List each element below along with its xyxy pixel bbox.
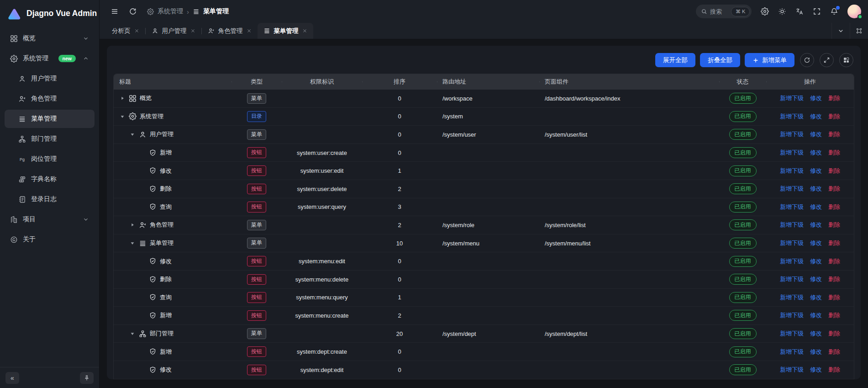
action-delete[interactable]: 删除 [828, 330, 840, 338]
action-delete[interactable]: 删除 [828, 257, 840, 266]
sidebar-item-role[interactable]: 角色管理 [5, 90, 95, 108]
column-header-order[interactable]: 排序 [362, 78, 437, 86]
refresh-page-icon[interactable] [129, 7, 137, 16]
action-delete[interactable]: 删除 [828, 275, 840, 283]
action-edit[interactable]: 修改 [810, 275, 822, 283]
action-edit[interactable]: 修改 [810, 149, 822, 157]
sidebar-item-about[interactable]: 关于 [5, 230, 95, 249]
pin-button[interactable] [80, 372, 94, 384]
tabs-dropdown-button[interactable] [831, 23, 850, 39]
action-add-child[interactable]: 新增下级 [780, 185, 804, 193]
sidebar-item-dict[interactable]: 字典名称 [5, 170, 95, 188]
action-edit[interactable]: 修改 [810, 311, 822, 319]
action-add-child[interactable]: 新增下级 [780, 167, 804, 175]
column-header-component[interactable]: 页面组件 [539, 78, 719, 86]
action-add-child[interactable]: 新增下级 [780, 94, 804, 102]
sidebar-item-grid[interactable]: 概览 [5, 29, 95, 48]
action-edit[interactable]: 修改 [810, 366, 822, 374]
caret-right-icon[interactable] [119, 95, 126, 101]
breadcrumb-item[interactable]: 系统管理 [158, 7, 183, 16]
action-add-child[interactable]: 新增下级 [780, 293, 804, 302]
sidebar-item-project[interactable]: 项目 [5, 210, 95, 229]
action-delete[interactable]: 删除 [828, 239, 840, 247]
table-fullscreen-button[interactable] [820, 53, 834, 67]
action-add-child[interactable]: 新增下级 [780, 203, 804, 211]
column-settings-button[interactable] [839, 53, 853, 67]
action-add-child[interactable]: 新增下级 [780, 275, 804, 283]
theme-sun-icon[interactable] [778, 7, 786, 16]
action-edit[interactable]: 修改 [810, 330, 822, 338]
action-edit[interactable]: 修改 [810, 221, 822, 229]
content-maximize-button[interactable] [850, 23, 868, 39]
action-edit[interactable]: 修改 [810, 130, 822, 138]
tab-4[interactable]: 菜单管理 [258, 23, 313, 39]
action-add-child[interactable]: 新增下级 [780, 330, 804, 338]
action-edit[interactable]: 修改 [810, 94, 822, 102]
sidebar-item-menu[interactable]: 菜单管理 [5, 110, 95, 128]
sidebar-item-dept[interactable]: 部门管理 [5, 130, 95, 148]
caret-down-icon[interactable] [119, 113, 126, 120]
avatar[interactable] [847, 5, 861, 18]
sidebar-item-pg[interactable]: Pg 岗位管理 [5, 150, 95, 168]
action-edit[interactable]: 修改 [810, 112, 822, 121]
sidebar-collapse-button[interactable]: « [5, 372, 19, 384]
column-header-actions[interactable]: 操作 [766, 78, 854, 86]
action-edit[interactable]: 修改 [810, 293, 822, 302]
hamburger-icon[interactable] [110, 7, 119, 16]
action-add-child[interactable]: 新增下级 [780, 130, 804, 138]
settings-gear-icon[interactable] [761, 7, 769, 16]
sidebar-item-log[interactable]: 登录日志 [5, 190, 95, 208]
caret-down-icon[interactable] [129, 330, 136, 337]
tab-2[interactable]: 用户管理 [146, 23, 201, 39]
action-delete[interactable]: 删除 [828, 203, 840, 211]
fullscreen-icon[interactable] [813, 7, 821, 16]
expand-all-button[interactable]: 展开全部 [655, 53, 695, 67]
action-delete[interactable]: 删除 [828, 149, 840, 157]
action-add-child[interactable]: 新增下级 [780, 366, 804, 374]
action-add-child[interactable]: 新增下级 [780, 221, 804, 229]
column-header-title[interactable]: 标题 [114, 78, 231, 86]
action-delete[interactable]: 删除 [828, 185, 840, 193]
close-icon[interactable] [302, 28, 307, 33]
language-translate-icon[interactable] [795, 7, 804, 16]
search-input[interactable] [710, 8, 728, 15]
action-edit[interactable]: 修改 [810, 167, 822, 175]
action-add-child[interactable]: 新增下级 [780, 311, 804, 319]
tab-3[interactable]: 角色管理 [202, 23, 258, 39]
action-delete[interactable]: 删除 [828, 348, 840, 356]
close-icon[interactable] [134, 28, 139, 33]
action-delete[interactable]: 删除 [828, 293, 840, 302]
notifications-button[interactable] [830, 7, 838, 16]
action-edit[interactable]: 修改 [810, 185, 822, 193]
search-box[interactable]: ⌘ K [696, 5, 752, 18]
action-add-child[interactable]: 新增下级 [780, 149, 804, 157]
action-edit[interactable]: 修改 [810, 203, 822, 211]
action-add-child[interactable]: 新增下级 [780, 112, 804, 121]
action-add-child[interactable]: 新增下级 [780, 257, 804, 266]
sidebar-item-user[interactable]: 用户管理 [5, 69, 95, 88]
column-header-type[interactable]: 类型 [231, 78, 282, 86]
action-delete[interactable]: 删除 [828, 366, 840, 374]
column-header-route[interactable]: 路由地址 [437, 78, 539, 86]
action-delete[interactable]: 删除 [828, 167, 840, 175]
sidebar-item-gear[interactable]: 系统管理 new [5, 49, 95, 68]
app-logo[interactable]: Djagno Vue Admin [0, 0, 99, 27]
caret-down-icon[interactable] [129, 131, 136, 138]
collapse-all-button[interactable]: 折叠全部 [700, 53, 740, 67]
refresh-table-button[interactable] [800, 53, 814, 67]
close-icon[interactable] [190, 28, 195, 33]
action-add-child[interactable]: 新增下级 [780, 348, 804, 356]
tab-1[interactable]: 分析页 [106, 23, 145, 39]
close-icon[interactable] [247, 28, 252, 33]
add-menu-button[interactable]: 新增菜单 [745, 53, 794, 67]
column-header-permission[interactable]: 权限标识 [282, 78, 362, 86]
action-delete[interactable]: 删除 [828, 221, 840, 229]
action-delete[interactable]: 删除 [828, 130, 840, 138]
action-delete[interactable]: 删除 [828, 112, 840, 121]
action-delete[interactable]: 删除 [828, 311, 840, 319]
caret-down-icon[interactable] [129, 240, 136, 246]
action-add-child[interactable]: 新增下级 [780, 239, 804, 247]
action-edit[interactable]: 修改 [810, 348, 822, 356]
action-delete[interactable]: 删除 [828, 94, 840, 102]
action-edit[interactable]: 修改 [810, 257, 822, 266]
